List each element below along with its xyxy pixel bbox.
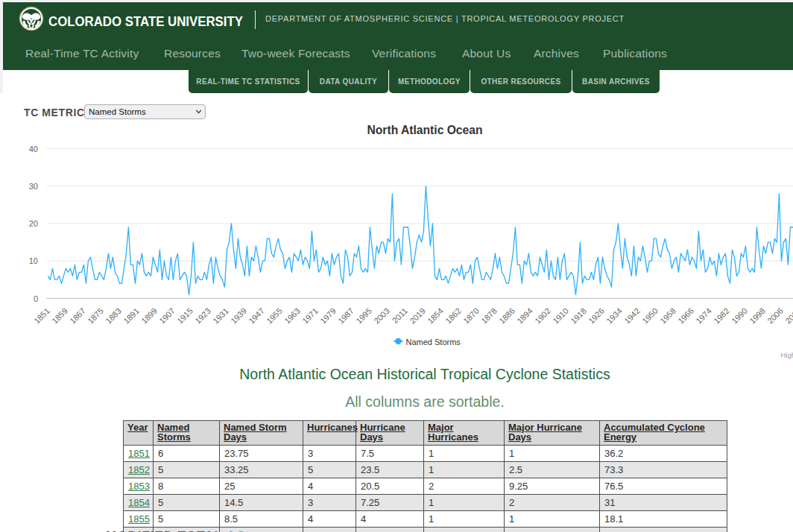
svg-text:1974: 1974 — [694, 306, 713, 326]
svg-text:1939: 1939 — [229, 306, 248, 326]
svg-text:1902: 1902 — [533, 306, 552, 326]
svg-text:1982: 1982 — [712, 306, 731, 326]
svg-text:1950: 1950 — [640, 306, 660, 326]
svg-text:1947: 1947 — [247, 306, 266, 326]
svg-text:1987: 1987 — [336, 306, 356, 326]
svg-text:Highcharts.com: Highcharts.com — [781, 351, 793, 359]
svg-text:1915: 1915 — [175, 306, 195, 326]
svg-text:1926: 1926 — [587, 306, 606, 326]
svg-text:1942: 1942 — [622, 306, 642, 326]
svg-text:1923: 1923 — [193, 306, 212, 326]
svg-text:1862: 1862 — [443, 306, 463, 326]
svg-text:20: 20 — [29, 219, 38, 228]
svg-text:40: 40 — [29, 145, 38, 153]
svg-text:1883: 1883 — [104, 306, 123, 326]
svg-text:1918: 1918 — [569, 306, 588, 326]
svg-text:10: 10 — [29, 256, 38, 265]
svg-text:1990: 1990 — [730, 306, 749, 326]
svg-text:2003: 2003 — [372, 306, 391, 326]
svg-text:1867: 1867 — [68, 306, 87, 326]
svg-text:0: 0 — [34, 294, 38, 303]
svg-text:2011: 2011 — [391, 306, 409, 325]
svg-text:1958: 1958 — [658, 306, 677, 326]
svg-text:Named Storms: Named Storms — [406, 338, 461, 346]
svg-text:1870: 1870 — [461, 306, 481, 326]
svg-text:2014: 2014 — [783, 306, 793, 326]
svg-text:1963: 1963 — [282, 306, 302, 326]
svg-text:1979: 1979 — [318, 306, 338, 326]
svg-text:1851: 1851 — [32, 306, 51, 326]
svg-text:1859: 1859 — [50, 306, 69, 326]
svg-text:1931: 1931 — [211, 306, 230, 326]
svg-text:1995: 1995 — [354, 306, 373, 326]
svg-text:1878: 1878 — [479, 306, 499, 326]
svg-text:1971: 1971 — [300, 306, 320, 326]
svg-text:1899: 1899 — [139, 306, 159, 326]
svg-text:2006: 2006 — [765, 306, 785, 326]
svg-text:1894: 1894 — [515, 306, 534, 326]
svg-text:1891: 1891 — [121, 306, 141, 326]
svg-text:1998: 1998 — [748, 306, 767, 326]
svg-text:1910: 1910 — [551, 306, 570, 326]
svg-text:2019: 2019 — [408, 306, 427, 326]
svg-text:1875: 1875 — [86, 306, 105, 326]
svg-text:1854: 1854 — [426, 306, 445, 326]
svg-text:1934: 1934 — [604, 306, 624, 326]
svg-text:1966: 1966 — [676, 306, 695, 326]
svg-text:North Atlantic Ocean: North Atlantic Ocean — [367, 123, 483, 136]
svg-text:30: 30 — [29, 182, 38, 191]
svg-text:1886: 1886 — [497, 306, 516, 326]
svg-text:1955: 1955 — [265, 306, 284, 326]
svg-text:1907: 1907 — [157, 306, 177, 326]
svg-text:COLORADO STATE UNIVERSITY: COLORADO STATE UNIVERSITY — [48, 13, 243, 29]
